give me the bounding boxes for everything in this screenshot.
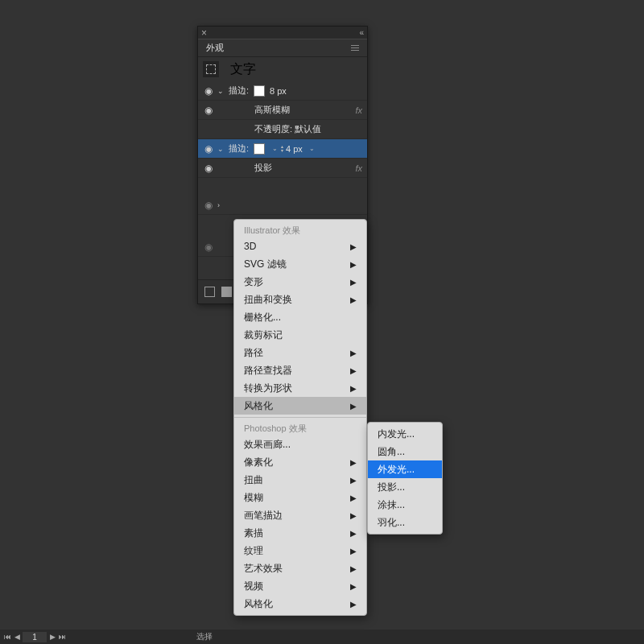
menu-item[interactable]: 艺术效果▶ bbox=[234, 559, 366, 577]
submenu-arrow-icon: ▶ bbox=[350, 366, 357, 375]
status-bar: ⏮ ◀ 1 ▶ ⏭ 选择 bbox=[0, 630, 644, 644]
object-type-label: 文字 bbox=[230, 61, 256, 78]
visibility-icon[interactable]: ◉ bbox=[203, 200, 214, 211]
menu-item[interactable]: 画笔描边▶ bbox=[234, 506, 366, 524]
menu-item-label: 纹理 bbox=[244, 544, 263, 558]
visibility-icon[interactable]: ◉ bbox=[203, 143, 214, 155]
panel-gap bbox=[198, 178, 367, 196]
submenu-arrow-icon: ▶ bbox=[350, 582, 357, 591]
submenu-arrow-icon: ▶ bbox=[350, 242, 357, 251]
row-label: 高斯模糊 bbox=[254, 104, 290, 116]
menu-item-label: 外发光... bbox=[378, 463, 415, 477]
submenu-arrow-icon: ▶ bbox=[350, 600, 357, 609]
menu-item[interactable]: 路径查找器▶ bbox=[234, 361, 366, 379]
menu-item[interactable]: 涂抹... bbox=[368, 496, 442, 514]
stroke-width[interactable]: 4 px bbox=[286, 144, 303, 154]
menu-item[interactable]: 路径▶ bbox=[234, 344, 366, 361]
menu-item[interactable]: 圆角... bbox=[368, 443, 442, 460]
submenu-arrow-icon: ▶ bbox=[350, 564, 357, 573]
prev-page-icon[interactable]: ◀ bbox=[13, 633, 21, 641]
menu-item-label: 栅格化... bbox=[244, 311, 281, 324]
menu-item-label: 涂抹... bbox=[378, 498, 405, 512]
menu-item-label: 路径查找器 bbox=[244, 364, 292, 378]
new-fill-icon[interactable] bbox=[221, 287, 232, 297]
first-page-icon[interactable]: ⏮ bbox=[3, 633, 11, 641]
menu-item[interactable]: 效果画廊... bbox=[234, 436, 366, 453]
thumbnail-icon bbox=[203, 61, 219, 77]
fx-icon[interactable]: fx bbox=[355, 105, 362, 115]
menu-item[interactable]: 转换为形状▶ bbox=[234, 379, 366, 397]
submenu-arrow-icon: ▶ bbox=[350, 384, 357, 393]
menu-item-label: 模糊 bbox=[244, 491, 263, 505]
tab-appearance[interactable]: 外观 bbox=[206, 42, 224, 54]
menu-item-label: 内发光... bbox=[378, 427, 415, 441]
collapse-icon[interactable]: « bbox=[359, 28, 364, 37]
color-swatch[interactable] bbox=[254, 85, 265, 97]
stylize-submenu: 内发光...圆角...外发光...投影...涂抹...羽化... bbox=[367, 422, 443, 535]
menu-item[interactable]: 3D▶ bbox=[234, 237, 366, 255]
submenu-arrow-icon: ▶ bbox=[350, 547, 357, 555]
menu-item[interactable]: SVG 滤镜▶ bbox=[234, 255, 366, 273]
menu-item[interactable]: 像素化▶ bbox=[234, 453, 366, 471]
next-page-icon[interactable]: ▶ bbox=[48, 633, 56, 641]
panel-menu-icon[interactable] bbox=[351, 45, 359, 51]
menu-item[interactable]: 风格化▶ bbox=[234, 595, 366, 613]
menu-item-label: 扭曲 bbox=[244, 473, 263, 487]
menu-item[interactable]: 投影... bbox=[368, 478, 442, 496]
appearance-row-hidden[interactable]: ◉ › bbox=[198, 196, 367, 215]
menu-item-label: 转换为形状 bbox=[244, 382, 292, 395]
menu-item[interactable]: 素描▶ bbox=[234, 524, 366, 542]
appearance-row-effect[interactable]: ◉ 高斯模糊 fx bbox=[198, 101, 367, 120]
last-page-icon[interactable]: ⏭ bbox=[58, 633, 66, 641]
visibility-icon[interactable]: ◉ bbox=[203, 105, 214, 116]
menu-item[interactable]: 内发光... bbox=[368, 425, 442, 443]
submenu-arrow-icon: ▶ bbox=[350, 511, 357, 520]
close-icon[interactable]: × bbox=[201, 27, 207, 39]
stepper-icon[interactable]: ▴▾ bbox=[281, 145, 283, 153]
color-swatch[interactable] bbox=[254, 143, 265, 155]
submenu-arrow-icon: ▶ bbox=[350, 529, 357, 538]
menu-item[interactable]: 风格化▶ bbox=[234, 397, 366, 415]
row-label: 不透明度: 默认值 bbox=[254, 123, 321, 135]
row-label: 描边: bbox=[229, 85, 249, 97]
visibility-icon[interactable]: ◉ bbox=[203, 163, 214, 174]
menu-item[interactable]: 变形▶ bbox=[234, 273, 366, 291]
visibility-icon[interactable]: ◉ bbox=[203, 85, 214, 97]
submenu-arrow-icon: ▶ bbox=[350, 295, 357, 304]
appearance-row-effect[interactable]: ◉ 投影 fx bbox=[198, 159, 367, 178]
submenu-arrow-icon: ▶ bbox=[350, 260, 357, 269]
dropdown-icon[interactable]: ⌄ bbox=[270, 145, 279, 152]
object-row[interactable]: 文字 bbox=[198, 57, 367, 81]
status-text: 选择 bbox=[196, 631, 213, 642]
menu-item-label: 3D bbox=[244, 241, 256, 252]
page-field[interactable]: 1 bbox=[23, 632, 47, 642]
menu-item[interactable]: 羽化... bbox=[368, 514, 442, 531]
menu-item[interactable]: 扭曲▶ bbox=[234, 471, 366, 489]
menu-item[interactable]: 栅格化... bbox=[234, 308, 366, 326]
menu-section-header: Illustrator 效果 bbox=[234, 222, 366, 237]
visibility-icon[interactable]: ◉ bbox=[203, 242, 214, 253]
menu-item[interactable]: 扭曲和变换▶ bbox=[234, 291, 366, 308]
menu-item-label: 艺术效果 bbox=[244, 562, 283, 576]
submenu-arrow-icon: ▶ bbox=[350, 278, 357, 287]
new-stroke-icon[interactable] bbox=[204, 287, 215, 297]
menu-item[interactable]: 视频▶ bbox=[234, 577, 366, 595]
appearance-row-stroke[interactable]: ◉ ⌄ 描边: 8 px bbox=[198, 81, 367, 101]
chevron-down-icon[interactable]: ⌄ bbox=[217, 145, 225, 153]
menu-item[interactable]: 裁剪标记 bbox=[234, 326, 366, 344]
menu-item-label: 画笔描边 bbox=[244, 509, 283, 522]
menu-item[interactable]: 外发光... bbox=[368, 460, 442, 478]
menu-item-label: 路径 bbox=[244, 346, 263, 360]
stroke-width[interactable]: 8 px bbox=[270, 86, 287, 96]
menu-separator bbox=[234, 417, 366, 418]
menu-item[interactable]: 模糊▶ bbox=[234, 489, 366, 506]
menu-item[interactable]: 纹理▶ bbox=[234, 542, 366, 559]
menu-item-label: 效果画廊... bbox=[244, 438, 291, 452]
fx-icon[interactable]: fx bbox=[355, 163, 362, 173]
dropdown-icon[interactable]: ⌄ bbox=[308, 145, 317, 152]
row-label: 描边: bbox=[229, 142, 249, 155]
chevron-right-icon[interactable]: › bbox=[217, 201, 225, 209]
chevron-down-icon[interactable]: ⌄ bbox=[217, 87, 225, 95]
appearance-row-opacity[interactable]: 不透明度: 默认值 bbox=[198, 120, 367, 139]
appearance-row-stroke-selected[interactable]: ◉ ⌄ 描边: ⌄ ▴▾ 4 px ⌄ bbox=[198, 139, 367, 159]
